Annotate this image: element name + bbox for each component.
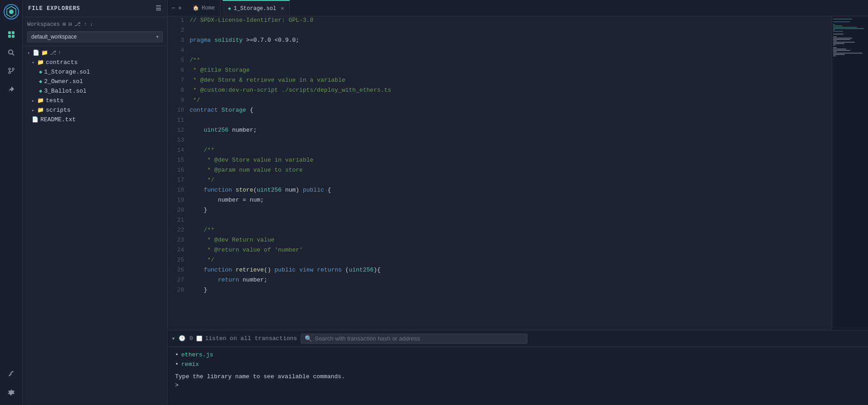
txt-icon: 📄	[32, 116, 39, 123]
code-line-28: 28 }	[168, 286, 832, 296]
svg-point-7	[9, 50, 13, 54]
search-icon-btn[interactable]	[3, 44, 20, 61]
main-editor-area: − + 🏠 Home ◆ 1_Storage.sol ✕ 1// SPDX-Li…	[168, 0, 868, 405]
code-line-9: 9 */	[168, 96, 832, 106]
line-content: }	[190, 286, 832, 294]
workspace-toolbar: Workspaces ⊞ ⊟ ⎇ ↑ ↓	[27, 21, 163, 28]
new-file-icon[interactable]: ⊞	[63, 21, 66, 28]
code-line-13: 13	[168, 136, 832, 146]
tree-folder-tests[interactable]: ▸ 📁 tests	[23, 96, 167, 105]
line-content	[190, 136, 832, 137]
github-icon[interactable]: ⎇	[74, 21, 81, 28]
help-text: Type the library name to see available c…	[175, 373, 345, 380]
search-area: 🔍	[301, 334, 527, 344]
settings-icon-btn[interactable]	[3, 384, 20, 400]
tree-folder-scripts[interactable]: ▸ 📁 scripts	[23, 105, 167, 115]
code-line-15: 15 * @dev Store value in variable	[168, 156, 832, 166]
listen-checkbox-input[interactable]	[196, 336, 202, 341]
code-line-2: 2	[168, 26, 832, 36]
wrench-icon-btn[interactable]	[3, 366, 20, 382]
code-line-21: 21	[168, 216, 832, 226]
tree-folder-contracts[interactable]: ▾ 📁 contracts	[23, 58, 167, 67]
workspace-select[interactable]: default_workspace	[27, 31, 163, 42]
code-line-6: 6 * @title Storage	[168, 66, 832, 76]
tab-storage[interactable]: ◆ 1_Storage.sol ✕	[223, 0, 290, 16]
line-number: 7	[168, 76, 190, 84]
folder-contracts-label: contracts	[46, 59, 78, 66]
bullet-1: •	[175, 351, 179, 360]
code-line-18: 18 function store(uint256 num) public {	[168, 186, 832, 196]
code-line-4: 4	[168, 46, 832, 56]
line-content: */	[190, 176, 832, 184]
line-number: 5	[168, 56, 190, 64]
code-line-7: 7 * @dev Store & retrieve value in a var…	[168, 76, 832, 86]
storage-tab-label: 1_Storage.sol	[234, 5, 276, 12]
icon-bar	[0, 0, 23, 405]
new-folder-icon[interactable]: ⊟	[68, 21, 72, 28]
line-content: * @title Storage	[190, 66, 832, 74]
code-line-22: 22 /**	[168, 226, 832, 236]
line-number: 8	[168, 86, 190, 94]
code-line-5: 5/**	[168, 56, 832, 66]
sidebar-menu-icon[interactable]: ☰	[156, 5, 162, 12]
svg-rect-3	[8, 31, 11, 34]
code-line-8: 8 * @custom:dev-run-script ./scripts/dep…	[168, 86, 832, 96]
line-number: 27	[168, 276, 190, 284]
tree-file-3-ballot[interactable]: ◆ 3_Ballot.sol	[23, 86, 167, 96]
deploy-icon-btn[interactable]	[3, 81, 20, 97]
sidebar-title: FILE EXPLORERS	[28, 5, 80, 12]
folder-scripts-label: scripts	[46, 107, 71, 114]
listen-checkbox-wrap[interactable]: listen on all transactions	[196, 335, 297, 342]
code-line-14: 14 /**	[168, 146, 832, 156]
prompt-arrow: >	[175, 382, 179, 389]
tree-root-controls[interactable]: ▾ 📄 📁 ⎇ ↑	[23, 48, 167, 58]
zoom-in-btn[interactable]: +	[178, 5, 181, 12]
files-icon-btn[interactable]	[3, 26, 20, 43]
folder-scripts-icon: 📁	[37, 107, 44, 114]
line-number: 17	[168, 176, 190, 184]
line-content: function store(uint256 num) public {	[190, 186, 832, 194]
storage-tab-icon: ◆	[228, 5, 231, 11]
tree-file-readme[interactable]: 📄 README.txt	[23, 115, 167, 124]
line-number: 9	[168, 96, 190, 104]
sidebar-header: FILE EXPLORERS ☰	[23, 0, 167, 17]
code-line-3: 3pragma solidity >=0.7.0 <0.9.0;	[168, 36, 832, 46]
lib-item-ethers: • ethers.js	[175, 351, 861, 360]
line-content: * @dev Store value in variable	[190, 156, 832, 164]
line-number: 6	[168, 66, 190, 74]
line-content: /**	[190, 226, 832, 234]
storage-tab-close[interactable]: ✕	[281, 5, 284, 12]
search-icon: 🔍	[305, 335, 312, 342]
code-container[interactable]: 1// SPDX-License-Identifier: GPL-3.023pr…	[168, 16, 832, 330]
home-tab-icon: 🏠	[193, 5, 199, 11]
root-arrow: ▾	[27, 50, 30, 56]
collapse-icon[interactable]: ▾	[171, 335, 175, 342]
code-line-12: 12 uint256 number;	[168, 126, 832, 136]
home-tab-label: Home	[202, 5, 215, 11]
zoom-out-btn[interactable]: −	[171, 5, 175, 12]
tx-search-input[interactable]	[315, 335, 523, 342]
publish-icon[interactable]: ↑	[83, 21, 87, 28]
code-line-23: 23 * @dev Return value	[168, 236, 832, 246]
line-number: 14	[168, 146, 190, 154]
tab-bar: − + 🏠 Home ◆ 1_Storage.sol ✕	[168, 0, 868, 16]
line-content: function retrieve() public view returns …	[190, 266, 832, 274]
lib-item-remix: • remix	[175, 360, 861, 370]
sol-icon-3: ◆	[39, 88, 42, 94]
line-number: 4	[168, 46, 190, 54]
line-number: 15	[168, 156, 190, 164]
line-content: // SPDX-License-Identifier: GPL-3.0	[190, 16, 832, 24]
code-line-24: 24 * @return value of 'number'	[168, 246, 832, 256]
line-content: * @dev Return value	[190, 236, 832, 244]
app-logo[interactable]	[3, 4, 20, 20]
clone-icon[interactable]: ↓	[90, 21, 93, 28]
line-number: 2	[168, 26, 190, 34]
tab-home[interactable]: 🏠 Home	[187, 0, 221, 16]
tree-file-2-owner[interactable]: ◆ 2_Owner.sol	[23, 77, 167, 86]
svg-rect-5	[8, 35, 11, 38]
code-line-17: 17 */	[168, 176, 832, 186]
git-icon-btn[interactable]	[3, 63, 20, 79]
tree-file-1-storage[interactable]: ◆ 1_Storage.sol	[23, 67, 167, 77]
line-content: * @return value of 'number'	[190, 246, 832, 254]
line-number: 12	[168, 126, 190, 134]
